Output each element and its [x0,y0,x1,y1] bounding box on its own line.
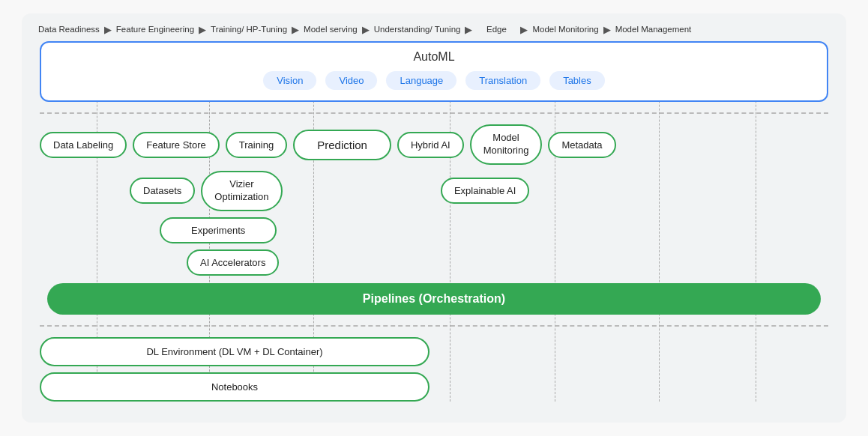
nav-item-training-hp: Training/ HP-Tuning [208,24,290,35]
pill-hybrid-ai[interactable]: Hybrid AI [397,132,464,158]
pipelines-label: Pipelines (Orchestration) [363,292,505,305]
nav-label-feature-engineering: Feature Engineering [113,24,197,35]
arrow-6: ▶ [519,24,529,35]
content-inner: AutoML Vision Video Language Translation… [32,41,836,402]
nav-label-understanding: Understanding/ Tuning [371,24,464,35]
nav-item-data-readiness: Data Readiness [35,24,103,35]
chip-vision[interactable]: Vision [263,71,316,90]
dashed-divider-2 [40,325,828,327]
pill-data-labeling[interactable]: Data Labeling [40,132,127,158]
automl-title: AutoML [56,50,812,64]
pill-explainable-ai[interactable]: Explainable AI [441,178,529,204]
nav-label-data-readiness: Data Readiness [35,24,103,35]
nav-item-model-serving: Model serving [301,24,361,35]
nav-label-edge: Edge [474,24,519,35]
automl-box: AutoML Vision Video Language Translation… [40,41,828,102]
chip-tables[interactable]: Tables [549,71,605,90]
pill-vizier[interactable]: VizierOptimization [201,171,282,211]
arrow-5: ▶ [463,24,474,35]
arrow-7: ▶ [602,24,612,35]
pill-notebooks[interactable]: Notebooks [40,372,430,402]
sub-row-4: AI Accelerators [40,249,828,276]
pill-model-monitoring[interactable]: ModelMonitoring [470,124,543,165]
nav-item-edge: Edge [474,24,519,35]
pill-dl-environment[interactable]: DL Environment (DL VM + DL Container) [40,337,430,366]
automl-chips: Vision Video Language Translation Tables [56,71,812,90]
nav-label-model-serving: Model serving [301,24,361,35]
arrow-1: ▶ [103,24,113,35]
pipelines-bar[interactable]: Pipelines (Orchestration) [47,283,821,315]
chip-translation[interactable]: Translation [465,71,540,90]
nav-item-model-management: Model Management [612,24,695,35]
pill-feature-store[interactable]: Feature Store [133,132,220,158]
components-section: Data Labeling Feature Store Training Pre… [32,124,836,315]
pill-ai-accelerators[interactable]: AI Accelerators [187,249,279,276]
main-components-row-1: Data Labeling Feature Store Training Pre… [40,124,828,165]
nav-item-model-monitoring: Model Monitoring [529,24,601,35]
pill-training[interactable]: Training [226,132,287,158]
nav-label-training-hp: Training/ HP-Tuning [208,24,290,35]
nav-item-understanding: Understanding/ Tuning [371,24,464,35]
nav-label-model-monitoring: Model Monitoring [529,24,601,35]
chip-language[interactable]: Language [386,71,456,90]
sub-row-2: Datasets VizierOptimization Explainable … [40,171,828,211]
pill-experiments[interactable]: Experiments [160,217,277,243]
pipeline-nav: Data Readiness ▶ Feature Engineering ▶ T… [22,13,846,41]
pill-metadata[interactable]: Metadata [548,132,615,158]
diagram-container: Data Readiness ▶ Feature Engineering ▶ T… [22,13,846,423]
nav-label-model-management: Model Management [612,24,695,35]
nav-item-feature-engineering: Feature Engineering [113,24,197,35]
bottom-section: DL Environment (DL VM + DL Container) No… [32,337,836,402]
chip-video[interactable]: Video [325,71,377,90]
arrow-3: ▶ [290,24,301,35]
arrow-2: ▶ [197,24,208,35]
sub-row-3: Experiments [40,217,828,243]
pill-datasets[interactable]: Datasets [130,178,195,204]
dashed-divider-1 [40,112,828,114]
arrow-4: ▶ [361,24,371,35]
content-area: AutoML Vision Video Language Translation… [32,41,836,402]
pill-prediction[interactable]: Prediction [293,130,391,160]
